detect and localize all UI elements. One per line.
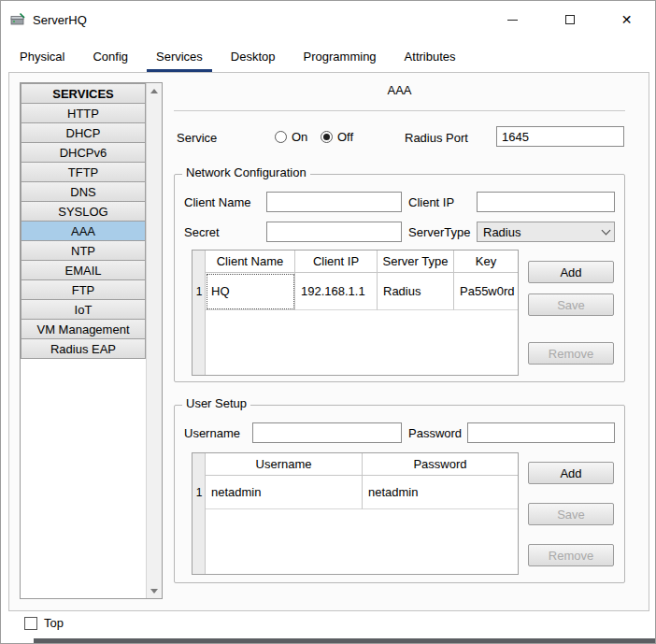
users-table: 1 Username Password netadmin netadmin [192,452,519,575]
sidebar-item-http[interactable]: HTTP [21,103,146,123]
radio-on-icon [275,131,287,143]
radio-off-icon [321,131,333,143]
column-header-client-ip: Client IP [295,250,378,273]
column-header-key: Key [454,250,518,273]
network-configuration-title: Network Configuration [182,165,310,179]
user-setup-group: User Setup Username Password 1 Username … [174,405,625,583]
top-checkbox[interactable] [24,617,37,630]
app-icon [10,12,25,27]
secret-label: Secret [184,225,220,239]
client-cell-ip[interactable]: 192.168.1.1 [295,273,378,310]
column-header-client-name: Client Name [206,250,295,273]
page-title: AAA [174,83,625,97]
server-type-label: ServerType [408,225,470,239]
client-cell-key[interactable]: Pa55w0rd [454,273,518,310]
top-checkbox-row: Top [24,616,64,630]
radio-off-label: Off [337,130,353,144]
radius-port-label: Radius Port [405,131,468,145]
user-cell-username[interactable]: netadmin [206,476,363,509]
user-setup-title: User Setup [182,396,250,410]
services-sidebar: SERVICES HTTP DHCP DHCPv6 TFTP DNS SYSLO… [20,82,163,599]
network-add-button[interactable]: Add [528,261,614,283]
service-label: Service [177,131,217,145]
sidebar-item-dns[interactable]: DNS [21,181,146,202]
user-save-button[interactable]: Save [528,503,614,525]
row-number: 1 [193,476,206,509]
network-remove-button[interactable]: Remove [528,342,614,365]
column-header-server-type: Server Type [378,250,454,273]
client-ip-input[interactable] [477,192,615,212]
sidebar-item-ntp[interactable]: NTP [21,240,146,261]
column-header-username: Username [206,453,363,476]
tab-physical[interactable]: Physical [10,45,74,72]
close-icon: ✕ [621,13,633,26]
sidebar-scrollbar[interactable] [146,83,162,598]
aaa-clients-table: 1 Client Name Client IP Server Type Key … [192,250,519,376]
window-controls: ✕ [484,1,655,38]
client-cell-name[interactable]: HQ [206,273,295,310]
top-checkbox-label: Top [44,616,64,630]
sidebar-item-dhcp[interactable]: DHCP [21,122,146,143]
client-cell-server-type[interactable]: Radius [378,273,454,310]
maximize-button[interactable] [541,1,598,38]
app-window: ServerHQ ✕ Physical Config Services Desk… [0,0,656,644]
maximize-icon [565,15,575,24]
network-save-button[interactable]: Save [528,293,614,316]
services-list: SERVICES HTTP DHCP DHCPv6 TFTP DNS SYSLO… [21,83,146,359]
client-name-label: Client Name [184,195,251,209]
tab-config[interactable]: Config [83,45,137,72]
sidebar-item-syslog[interactable]: SYSLOG [21,201,146,222]
scroll-up-icon[interactable] [147,83,162,98]
sidebar-item-aaa[interactable]: AAA [21,221,146,241]
sidebar-item-tftp[interactable]: TFTP [21,162,146,182]
sidebar-item-iot[interactable]: IoT [21,299,146,320]
sidebar-item-vm-management[interactable]: VM Management [21,319,146,339]
column-header-password: Password [363,453,518,476]
secret-input[interactable] [266,222,402,242]
tab-programming[interactable]: Programming [294,45,386,72]
close-button[interactable]: ✕ [598,1,655,38]
title-divider [174,110,625,111]
minimize-icon [507,20,518,21]
network-configuration-group: Network Configuration Client Name Client… [174,174,625,382]
user-cell-password[interactable]: netadmin [363,476,518,509]
server-type-select[interactable]: Radius [477,222,615,242]
minimize-button[interactable] [484,1,541,38]
service-off-radio[interactable]: Off [321,130,353,144]
service-on-radio[interactable]: On [275,130,307,144]
radio-on-label: On [292,130,307,144]
chevron-down-icon [597,230,614,234]
client-ip-label: Client IP [408,195,454,209]
radius-port-input[interactable] [496,126,624,147]
row-header-strip [193,250,206,375]
username-input[interactable] [252,422,402,443]
password-label: Password [408,426,462,440]
sidebar-header-services: SERVICES [21,83,146,104]
titlebar: ServerHQ ✕ [1,1,655,38]
window-title: ServerHQ [33,13,87,27]
password-input[interactable] [467,422,615,443]
sidebar-item-dhcpv6[interactable]: DHCPv6 [21,142,146,163]
username-label: Username [184,426,240,440]
tab-desktop[interactable]: Desktop [221,45,285,72]
scroll-down-icon[interactable] [147,583,162,598]
client-name-input[interactable] [266,192,402,212]
server-type-value: Radius [478,225,597,239]
tab-services[interactable]: Services [147,45,212,72]
tab-attributes[interactable]: Attributes [395,45,465,72]
sidebar-item-email[interactable]: EMAIL [21,260,146,280]
row-number: 1 [193,273,206,310]
background-window-edge [34,638,656,644]
tab-bar: Physical Config Services Desktop Program… [10,44,646,72]
sidebar-item-ftp[interactable]: FTP [21,279,146,300]
sidebar-item-radius-eap[interactable]: Radius EAP [21,338,146,359]
user-remove-button[interactable]: Remove [528,544,614,566]
user-add-button[interactable]: Add [528,462,614,484]
row-header-strip [193,453,206,574]
